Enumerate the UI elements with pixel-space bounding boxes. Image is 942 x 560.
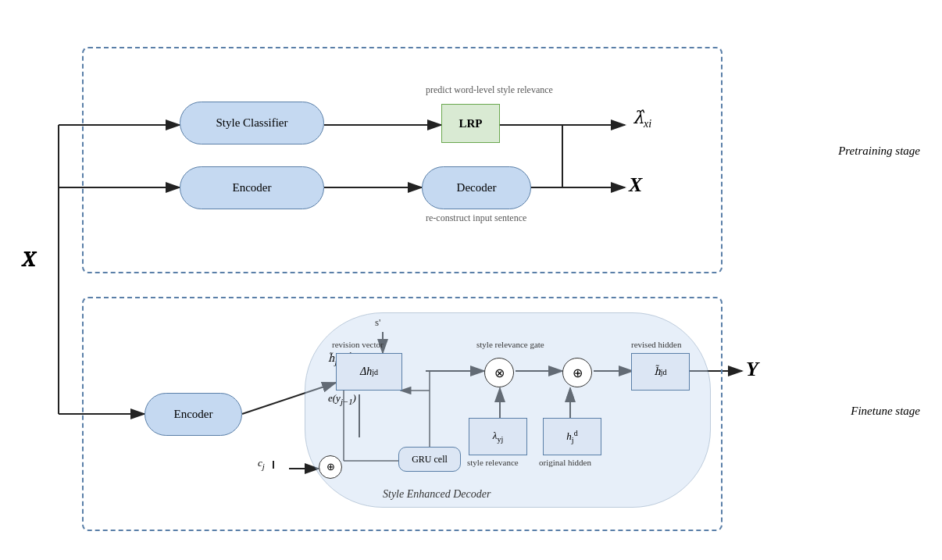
otimes-operator: ⊗ <box>484 358 514 387</box>
c-j-label: cj <box>258 457 265 471</box>
revised-hidden-label: revised hidden <box>631 340 681 349</box>
oplus-operator: ⊕ <box>562 358 592 387</box>
finetune-stage-label: Finetune stage <box>851 405 920 418</box>
original-hidden-label: original hidden <box>539 458 591 467</box>
h-d-box: hjd <box>543 418 601 455</box>
delta-h-box: Δhjd <box>336 353 402 391</box>
s-prime-label: s' <box>375 316 380 329</box>
style-relevance-label: style relevance <box>467 458 519 467</box>
style-classifier-box: Style Classifier <box>180 102 324 144</box>
x-output-pre: X <box>629 173 642 197</box>
diagram-container: X Pretraining stage Style Classifier LRP… <box>0 0 942 560</box>
encoder-bottom-box: Encoder <box>145 393 242 436</box>
pretraining-stage-label: Pretraining stage <box>838 144 920 158</box>
lambda-hat-output: λ̂xi <box>633 108 651 130</box>
oplus-cj-operator: ⊕ <box>319 455 342 479</box>
pretraining-box <box>82 47 723 273</box>
sed-label: Style Enhanced Decoder <box>383 488 491 501</box>
reconstruct-label: re-construct input sentence <box>426 212 526 224</box>
lrp-box: LRP <box>441 104 500 143</box>
decoder-top-box: Decoder <box>422 166 531 209</box>
x-label-main: X <box>22 247 37 272</box>
lambda-yj-box: λyj <box>469 418 527 455</box>
y-output-fine: Y <box>746 358 758 381</box>
style-gate-label: style relevance gate <box>476 340 544 349</box>
gru-cell-box: GRU cell <box>398 447 461 472</box>
encoder-top-box: Encoder <box>180 166 324 209</box>
tilde-h-box: h̃jd <box>631 353 690 391</box>
revision-vector-label: revision vector <box>332 340 384 349</box>
e-y-label: e(yj−1) <box>328 392 356 406</box>
predict-label: predict word-level style relevance <box>426 84 553 96</box>
